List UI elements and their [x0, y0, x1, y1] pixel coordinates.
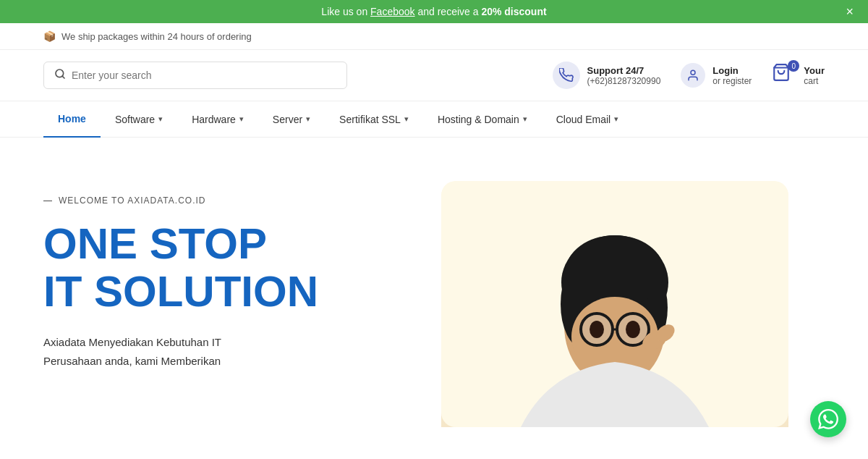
hero-text: WELCOME TO AXIADATA.CO.ID ONE STOP IT SO… [43, 181, 405, 427]
svg-point-16 [590, 321, 604, 338]
hero-image [405, 181, 825, 427]
svg-point-17 [626, 321, 640, 338]
person-illustration [441, 181, 788, 427]
nav-home[interactable]: Home [43, 101, 101, 138]
chevron-down-icon: ▾ [239, 114, 244, 124]
chevron-down-icon: ▾ [614, 114, 618, 124]
chevron-down-icon: ▾ [158, 114, 163, 124]
banner-text: Like us on Facebook and receive a 20% di… [321, 6, 546, 17]
cart-block[interactable]: 0 Your cart [772, 63, 825, 88]
header: Support 24/7 (+62)81287320990 Login or r… [0, 50, 868, 101]
discount-text: 20% discount [481, 6, 546, 17]
user-icon [681, 63, 705, 88]
cart-icon-wrap: 0 [772, 63, 796, 88]
top-banner: Like us on Facebook and receive a 20% di… [0, 0, 868, 23]
cart-label: Your [804, 65, 825, 76]
nav-cloud-email[interactable]: Cloud Email ▾ [542, 102, 633, 137]
shipping-text: We ship packages within 24 hours of orde… [61, 31, 252, 42]
hero-description: Axiadata Menyediakan Kebutuhan IT Perusa… [43, 333, 347, 370]
facebook-link[interactable]: Facebook [370, 6, 414, 17]
cart-icon [772, 67, 791, 85]
chevron-down-icon: ▾ [306, 114, 310, 124]
search-bar[interactable] [43, 62, 347, 89]
support-label: Support 24/7 [587, 65, 661, 76]
login-block[interactable]: Login or register [681, 63, 752, 88]
support-info: Support 24/7 (+62)81287320990 [587, 65, 661, 86]
chevron-down-icon: ▾ [404, 114, 409, 124]
svg-line-1 [62, 76, 64, 78]
hero-title: ONE STOP IT SOLUTION [43, 220, 405, 316]
support-block: Support 24/7 (+62)81287320990 [553, 62, 661, 89]
nav-software[interactable]: Software ▾ [101, 102, 177, 137]
nav-hardware[interactable]: Hardware ▾ [177, 102, 258, 137]
search-input[interactable] [72, 70, 336, 81]
nav-server[interactable]: Server ▾ [258, 102, 325, 137]
welcome-tag: WELCOME TO AXIADATA.CO.ID [43, 195, 405, 206]
header-actions: Support 24/7 (+62)81287320990 Login or r… [553, 62, 825, 89]
nav-ssl[interactable]: Sertifikat SSL ▾ [325, 102, 423, 137]
support-phone: (+62)81287320990 [587, 76, 661, 86]
chevron-down-icon: ▾ [523, 114, 527, 124]
svg-point-2 [691, 70, 695, 75]
login-info: Login or register [712, 65, 752, 86]
shipping-bar: We ship packages within 24 hours of orde… [0, 23, 868, 50]
support-icon [553, 62, 580, 89]
nav-hosting[interactable]: Hosting & Domain ▾ [423, 102, 542, 137]
cart-count: 0 [788, 60, 799, 72]
hero-section: WELCOME TO AXIADATA.CO.ID ONE STOP IT SO… [0, 138, 868, 427]
main-nav: Home Software ▾ Hardware ▾ Server ▾ Sert… [0, 101, 868, 138]
search-icon [54, 68, 66, 83]
banner-close-button[interactable]: × [846, 4, 854, 20]
login-label[interactable]: Login [712, 65, 752, 76]
register-link[interactable]: or register [712, 76, 752, 86]
cart-sublabel: cart [804, 76, 818, 86]
hero-person-card [441, 181, 788, 427]
cart-info: Your cart [804, 65, 825, 86]
